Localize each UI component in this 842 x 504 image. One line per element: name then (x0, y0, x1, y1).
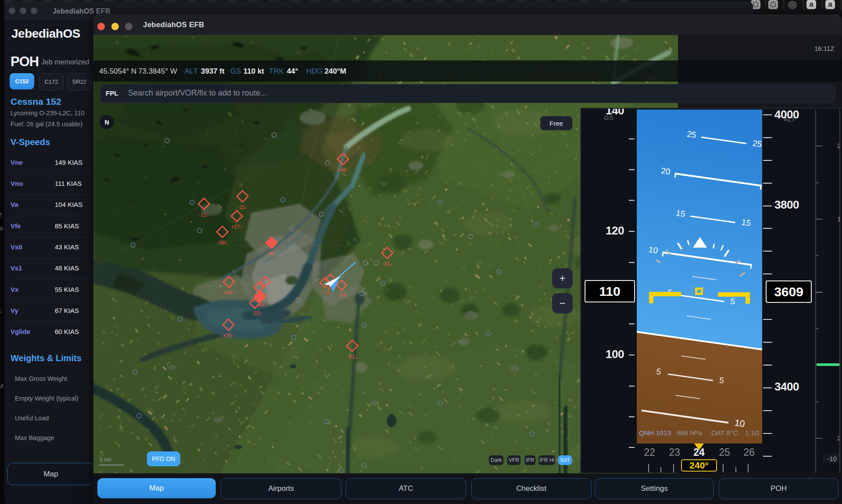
svg-text:+27↑: +27↑ (231, 224, 243, 230)
svg-text:+6↑: +6↑ (267, 251, 276, 257)
svg-text:-68↓: -68↓ (257, 302, 267, 308)
svg-text:-31↓: -31↓ (347, 354, 357, 360)
svg-text:-23↓: -23↓ (252, 310, 262, 316)
svg-text:-24↓: -24↓ (338, 292, 348, 298)
svg-text:-12↓: -12↓ (199, 212, 209, 218)
svg-text:-11↓: -11↓ (238, 204, 247, 210)
svg-text:-31↓: -31↓ (382, 261, 392, 267)
svg-text:+30↑: +30↑ (223, 290, 235, 296)
svg-text:-39↓: -39↓ (217, 240, 227, 246)
svg-text:+35↑: +35↑ (223, 333, 234, 339)
svg-text:-30↓: -30↓ (254, 296, 264, 302)
svg-text:+48↑: +48↑ (337, 167, 349, 173)
